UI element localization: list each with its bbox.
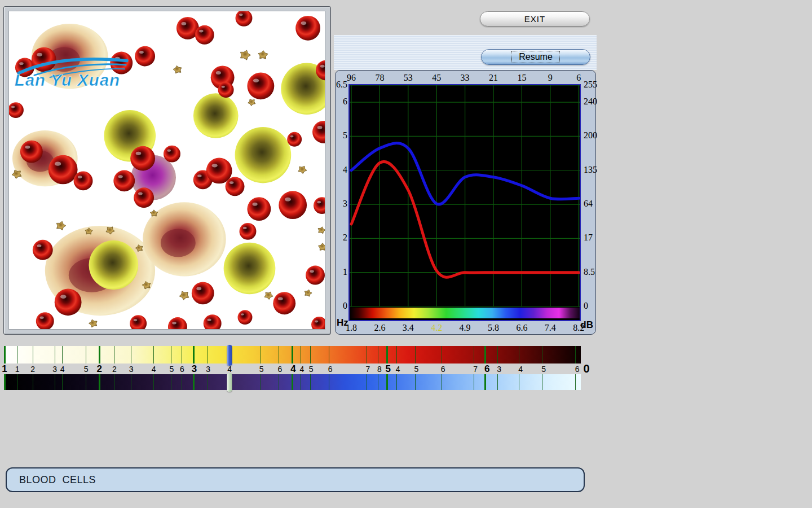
right-axis-label: 200 (584, 130, 597, 141)
left-axis-label: 4 (336, 165, 347, 175)
cell-debris (89, 319, 97, 327)
scale-number-label: 3 (497, 365, 501, 374)
scale-tick (99, 346, 100, 364)
scale-number-label: 3 (192, 364, 197, 375)
scale-number-label: 4 (396, 365, 400, 374)
result-label-bar: BLOOD CELLS (6, 467, 585, 492)
scale-marker-top[interactable] (227, 345, 232, 366)
cell-red (247, 197, 271, 221)
scale-tick (442, 346, 442, 364)
cell-red (279, 191, 307, 219)
cell-yellow (224, 243, 276, 295)
logo-text: Lan Yu Xuan (15, 71, 120, 89)
cell-red (226, 177, 245, 196)
scale-tick (62, 374, 63, 390)
cell-red (168, 317, 187, 329)
scale-tick (575, 346, 576, 364)
scale-tick (33, 374, 33, 390)
right-axis-label: 0 (584, 301, 588, 311)
scale-tick (497, 346, 498, 364)
scale-tick (386, 374, 388, 390)
scale-tick (17, 374, 17, 390)
scale-tick (4, 374, 6, 390)
scale-tick (193, 374, 195, 390)
scale-tick (442, 374, 442, 390)
cell-yellow (235, 127, 292, 183)
scale-number-label: 8 (377, 365, 382, 374)
scale-number-label: 4 (227, 365, 232, 374)
scale-tick (378, 346, 378, 364)
scale-number-label: 6 (575, 365, 580, 374)
frequency-scale-top-strip[interactable] (5, 346, 581, 364)
scale-number-label: 4 (290, 364, 295, 375)
cell-red (238, 310, 253, 325)
cell-debris (12, 170, 21, 178)
scale-tick (131, 374, 131, 390)
top-axis-label: 33 (461, 73, 470, 83)
scale-tick (292, 346, 293, 364)
scale-number-label: 6 (484, 364, 489, 375)
scale-tick (62, 346, 63, 364)
scale-tick (310, 346, 311, 364)
cell-red (195, 25, 214, 45)
resume-button[interactable]: Resume (481, 49, 590, 65)
specimen-image: Lan Yu Xuan (8, 11, 325, 330)
top-axis-label: 6 (576, 73, 581, 83)
result-label: BLOOD CELLS (19, 474, 96, 486)
scale-number-label: 5 (84, 365, 89, 374)
scale-number-label: 6 (180, 365, 184, 374)
scale-tick (396, 346, 397, 364)
cell-red (55, 288, 82, 316)
left-axis-label: 0 (336, 301, 347, 311)
scale-tick (279, 346, 279, 364)
scale-tick (208, 374, 208, 390)
scale-tick (542, 346, 542, 364)
right-axis-label: 255 (584, 80, 597, 90)
cell-red (192, 282, 214, 304)
cell-red (287, 132, 302, 147)
top-axis-label: 9 (548, 73, 553, 83)
scale-tick (474, 374, 474, 390)
cell-debris (318, 243, 325, 251)
left-axis-label: 2 (336, 233, 347, 243)
exit-button[interactable]: EXIT (480, 11, 590, 27)
scale-number-label: 6 (328, 365, 333, 374)
scale-number-label: 4 (60, 365, 65, 374)
cell-debris (56, 221, 65, 230)
scale-tick (114, 374, 114, 390)
cell-yellow (89, 240, 138, 290)
right-axis-label: 8.5 (584, 267, 595, 277)
chart-plot-area (348, 84, 581, 321)
bottom-axis-label: 1.8 (346, 323, 357, 333)
scale-tick (131, 346, 131, 364)
logo-lanyuxuan: Lan Yu Xuan (14, 52, 135, 90)
cell-red (311, 317, 325, 329)
top-axis-label: 45 (432, 73, 441, 83)
scale-number-label: 6 (441, 365, 445, 374)
top-axis-label: 96 (347, 73, 356, 83)
scale-tick (497, 374, 498, 390)
cell-red (48, 155, 78, 185)
scale-tick (329, 374, 329, 390)
cell-red (74, 171, 93, 190)
scale-tick (86, 346, 86, 364)
scale-number-label: 7 (473, 365, 478, 374)
scale-marker-bottom[interactable] (227, 373, 232, 392)
frequency-scale-bottom-strip[interactable] (5, 374, 581, 390)
cell-debris (173, 65, 182, 73)
scale-number-label: 5 (414, 365, 419, 374)
scale-tick (292, 374, 293, 390)
scale-tick (17, 346, 17, 364)
cell-red (33, 240, 53, 260)
scale-tick (86, 374, 86, 390)
scale-number-label: 3 (129, 365, 134, 374)
right-axis-label: 64 (584, 199, 593, 209)
cell-red (204, 314, 222, 329)
scale-tick (153, 374, 154, 390)
scale-tick (378, 374, 378, 390)
bottom-axis-label: 5.8 (488, 323, 499, 333)
cell-red (295, 16, 320, 41)
scale-tick (261, 346, 261, 364)
top-axis-label: 78 (375, 73, 384, 83)
scale-tick (33, 346, 33, 364)
